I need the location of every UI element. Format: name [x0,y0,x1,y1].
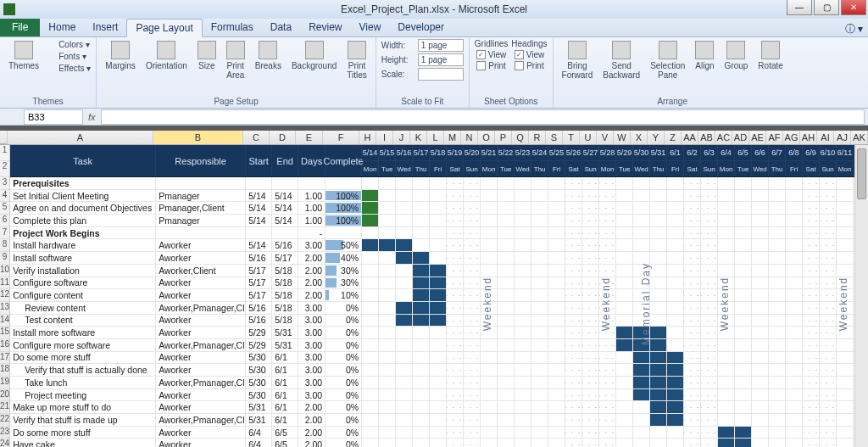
col-header-X[interactable]: X [631,131,648,144]
ribbon-tab-page-layout[interactable]: Page Layout [126,19,202,37]
col-header-W[interactable]: W [614,131,631,144]
col-header-K[interactable]: K [410,131,427,144]
scale-spin[interactable] [418,68,464,81]
col-header-AC[interactable]: AC [715,131,732,144]
orientation-button[interactable]: Orientation [142,39,191,72]
select-all-corner[interactable] [0,131,8,144]
ribbon: Themes Colors ▾ Fonts ▾ Effects ▾ Themes… [0,37,868,109]
col-header-P[interactable]: P [495,131,512,144]
effects-button[interactable]: Effects ▾ [46,63,91,73]
col-header-AD[interactable]: AD [732,131,749,144]
column-headers[interactable]: ABCDEFHIJKLMNOPQRSTUVWXYZAAABACADAEAFAGA… [0,131,868,145]
group-themes: Themes Colors ▾ Fonts ▾ Effects ▾ Themes [0,37,97,108]
col-header-Q[interactable]: Q [512,131,529,144]
col-header-AF[interactable]: AF [766,131,783,144]
group-arrange: Bring Forward Send Backward Selection Pa… [554,37,792,108]
col-header-O[interactable]: O [478,131,495,144]
header-date-5/29: 5/29Tue [616,145,633,176]
ribbon-tab-insert[interactable]: Insert [84,19,126,36]
header-end: End [272,145,298,176]
maximize-button[interactable]: ▢ [814,0,839,15]
header-date-6/3: 6/3Sun [701,145,718,176]
size-button[interactable]: Size [194,39,220,72]
gridlines-print-check[interactable]: Print [476,61,506,70]
header-date-5/28: 5/28Mon [599,145,616,176]
col-header-AA[interactable]: AA [682,131,698,144]
header-start: Start [246,145,272,176]
minimize-button[interactable]: — [787,0,812,15]
window-title: Excel_Project_Plan.xlsx - Microsoft Exce… [341,3,527,15]
col-header-I[interactable]: I [376,131,393,144]
header-date-5/24: 5/24Thu [531,145,548,176]
col-header-C[interactable]: C [243,131,270,144]
col-header-U[interactable]: U [580,131,597,144]
selection-pane-button[interactable]: Selection Pane [647,39,688,81]
ribbon-tab-view[interactable]: View [351,19,390,36]
print-area-button[interactable]: Print Area [223,39,248,81]
header-date-5/15: 5/15Tue [379,145,396,176]
colors-button[interactable]: Colors ▾ [46,39,91,49]
group-button[interactable]: Group [721,39,752,72]
file-tab[interactable]: File [0,18,40,36]
header-date-5/22: 5/22Tue [498,145,515,176]
col-header-V[interactable]: V [597,131,614,144]
header-date-5/17: 5/17Thu [413,145,430,176]
col-header-AH[interactable]: AH [800,131,817,144]
col-header-AK[interactable]: AK [851,131,868,144]
col-header-F[interactable]: F [323,131,359,144]
col-header-AB[interactable]: AB [698,131,715,144]
col-header-Z[interactable]: Z [665,131,682,144]
rotate-button[interactable]: Rotate [754,39,786,72]
col-header-AJ[interactable]: AJ [834,131,851,144]
col-header-H[interactable]: H [359,131,376,144]
col-header-E[interactable]: E [296,131,323,144]
scroll-thumb[interactable] [857,148,866,199]
gridlines-view-check[interactable]: ✓View [476,50,507,59]
bring-forward-button[interactable]: Bring Forward [559,39,597,81]
height-spin[interactable]: 1 page [418,53,464,66]
worksheet[interactable]: 1234567891011121314151617181920212223242… [0,145,868,447]
align-button[interactable]: Align [692,39,717,72]
col-header-D[interactable]: D [270,131,296,144]
send-backward-button[interactable]: Send Backward [599,39,643,81]
formula-input[interactable] [101,109,865,125]
ribbon-tab-review[interactable]: Review [300,19,350,36]
col-header-AG[interactable]: AG [783,131,800,144]
col-header-R[interactable]: R [529,131,546,144]
ribbon-tab-developer[interactable]: Developer [389,19,453,36]
col-header-L[interactable]: L [427,131,444,144]
vertical-scrollbar[interactable] [854,145,868,447]
margins-button[interactable]: Margins [102,39,139,72]
headings-print-check[interactable]: Print [515,61,544,70]
name-box[interactable]: B33 [24,109,83,125]
col-header-T[interactable]: T [563,131,580,144]
background-button[interactable]: Background [288,39,340,72]
col-header-B[interactable]: B [153,131,243,144]
header-date-6/9: 6/9Sat [803,145,820,176]
col-header-S[interactable]: S [546,131,563,144]
col-header-N[interactable]: N [461,131,478,144]
col-header-Y[interactable]: Y [648,131,665,144]
col-header-M[interactable]: M [444,131,461,144]
width-spin[interactable]: 1 page [418,39,464,52]
themes-button[interactable]: Themes [5,39,42,72]
print-titles-button[interactable]: Print Titles [343,39,370,81]
close-button[interactable]: ✕ [841,0,866,15]
grid-area[interactable]: TaskResponsibleStartEndDaysComplete5/14M… [10,145,868,447]
window-titlebar: Excel_Project_Plan.xlsx - Microsoft Exce… [0,0,868,19]
col-header-AE[interactable]: AE [749,131,766,144]
col-header-J[interactable]: J [393,131,410,144]
fonts-button[interactable]: Fonts ▾ [46,51,91,61]
fx-icon[interactable]: fx [88,112,96,122]
breaks-button[interactable]: Breaks [252,39,285,72]
headings-view-check[interactable]: ✓View [515,50,545,59]
ribbon-tab-home[interactable]: Home [40,19,84,36]
col-header-AI[interactable]: AI [817,131,834,144]
header-date-5/21: 5/21Mon [481,145,498,176]
col-header-A[interactable]: A [8,131,153,144]
ribbon-tab-data[interactable]: Data [262,19,300,36]
ribbon-tab-formulas[interactable]: Formulas [203,19,262,36]
help-icon[interactable]: ⓘ ▾ [845,22,863,36]
row-headers[interactable]: 1234567891011121314151617181920212223242… [0,145,10,447]
header-complete: Complete [326,145,362,176]
